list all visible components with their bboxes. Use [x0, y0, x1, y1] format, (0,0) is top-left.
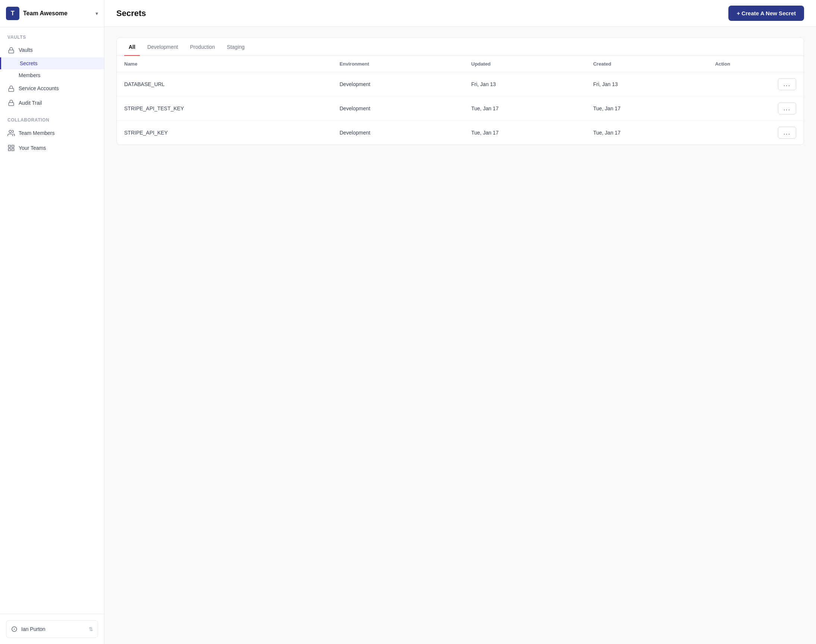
user-profile-chevron: ⇅: [89, 626, 93, 632]
create-new-secret-button[interactable]: + Create A New Secret: [728, 6, 804, 21]
table-header: NameEnvironmentUpdatedCreatedAction: [117, 56, 804, 72]
cell-created: Fri, Jan 13: [585, 72, 707, 97]
cell-updated: Fri, Jan 13: [464, 72, 586, 97]
tab-development[interactable]: Development: [143, 38, 183, 56]
secrets-label: Secrets: [20, 60, 37, 66]
cell-created: Tue, Jan 17: [585, 97, 707, 121]
cell-name: DATABASE_URL: [117, 72, 332, 97]
row-action-button[interactable]: ...: [778, 127, 796, 139]
sidebar-item-service-accounts[interactable]: Service Accounts: [0, 81, 104, 96]
vaults-section: Vaults Vaults Secrets Members: [0, 35, 104, 110]
svg-point-3: [9, 130, 12, 133]
cell-environment: Development: [332, 97, 464, 121]
table-row: STRIPE_API_KEYDevelopmentTue, Jan 17Tue,…: [117, 121, 804, 145]
secrets-table: NameEnvironmentUpdatedCreatedAction DATA…: [117, 56, 804, 145]
svg-rect-6: [12, 149, 14, 151]
team-name-label: Team Awesome: [23, 10, 92, 17]
svg-rect-5: [12, 145, 14, 147]
cell-created: Tue, Jan 17: [585, 121, 707, 145]
svg-rect-1: [9, 88, 14, 91]
service-accounts-lock-icon: [8, 85, 15, 92]
main-content: AllDevelopmentProductionStaging NameEnvi…: [104, 27, 816, 644]
tabs-bar: AllDevelopmentProductionStaging: [117, 38, 804, 56]
sidebar-footer: ⊙ Ian Purton ⇅: [0, 614, 104, 644]
col-header-updated: Updated: [464, 56, 586, 72]
cell-action[interactable]: ...: [707, 72, 804, 97]
team-dropdown-chevron: ▾: [95, 11, 98, 16]
col-header-created: Created: [585, 56, 707, 72]
user-profile-button[interactable]: ⊙ Ian Purton ⇅: [6, 620, 98, 638]
collaboration-section: Collaboration Team Members: [0, 117, 104, 155]
vaults-lock-icon: [8, 47, 15, 54]
sidebar-item-your-teams[interactable]: Your Teams: [0, 141, 104, 155]
cell-name: STRIPE_API_TEST_KEY: [117, 97, 332, 121]
sidebar-item-vaults[interactable]: Vaults: [0, 43, 104, 57]
sidebar-nav: Vaults Vaults Secrets Members: [0, 27, 104, 614]
tab-staging[interactable]: Staging: [222, 38, 249, 56]
vaults-label: Vaults: [18, 47, 33, 53]
your-teams-label: Your Teams: [18, 145, 46, 151]
audit-trail-label: Audit Trail: [18, 100, 42, 106]
user-avatar-icon: ⊙: [11, 624, 17, 634]
sidebar-item-team-members[interactable]: Team Members: [0, 126, 104, 141]
your-teams-icon: [8, 144, 15, 152]
cell-updated: Tue, Jan 17: [464, 97, 586, 121]
tab-all[interactable]: All: [124, 38, 140, 56]
team-avatar: T: [6, 7, 19, 20]
col-header-name: Name: [117, 56, 332, 72]
page-title: Secrets: [116, 9, 146, 18]
table-body: DATABASE_URLDevelopmentFri, Jan 13Fri, J…: [117, 72, 804, 145]
cell-action[interactable]: ...: [707, 121, 804, 145]
svg-rect-7: [9, 149, 11, 151]
cell-environment: Development: [332, 121, 464, 145]
members-label: Members: [18, 72, 40, 78]
row-action-button[interactable]: ...: [778, 103, 796, 114]
cell-updated: Tue, Jan 17: [464, 121, 586, 145]
tab-production[interactable]: Production: [185, 38, 219, 56]
sidebar-item-secrets[interactable]: Secrets: [0, 57, 104, 69]
team-members-label: Team Members: [18, 130, 54, 136]
cell-action[interactable]: ...: [707, 97, 804, 121]
audit-trail-lock-icon: [8, 100, 15, 107]
team-header[interactable]: T Team Awesome ▾: [0, 0, 104, 27]
cell-name: STRIPE_API_KEY: [117, 121, 332, 145]
main-content-area: Secrets + Create A New Secret AllDevelop…: [104, 0, 816, 644]
col-header-environment: Environment: [332, 56, 464, 72]
cell-environment: Development: [332, 72, 464, 97]
svg-rect-4: [9, 145, 11, 147]
service-accounts-label: Service Accounts: [18, 85, 58, 91]
collaboration-section-label: Collaboration: [0, 117, 104, 126]
row-action-button[interactable]: ...: [778, 78, 796, 90]
svg-rect-0: [9, 50, 14, 53]
team-members-icon: [8, 129, 15, 137]
col-header-action: Action: [707, 56, 804, 72]
secrets-card: AllDevelopmentProductionStaging NameEnvi…: [116, 37, 804, 145]
main-header: Secrets + Create A New Secret: [104, 0, 816, 27]
table-row: DATABASE_URLDevelopmentFri, Jan 13Fri, J…: [117, 72, 804, 97]
user-name-label: Ian Purton: [21, 626, 85, 632]
vaults-section-label: Vaults: [0, 35, 104, 43]
sidebar-item-members[interactable]: Members: [0, 69, 104, 81]
sidebar-item-audit-trail[interactable]: Audit Trail: [0, 96, 104, 110]
sidebar: T Team Awesome ▾ Vaults Vaults Secrets M…: [0, 0, 104, 644]
table-row: STRIPE_API_TEST_KEYDevelopmentTue, Jan 1…: [117, 97, 804, 121]
svg-rect-2: [9, 103, 14, 106]
